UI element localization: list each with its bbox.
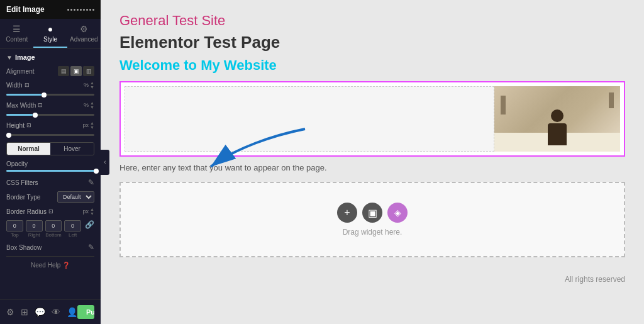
image-photo bbox=[494, 86, 620, 152]
publish-button-group: Publish ▲ bbox=[77, 305, 94, 319]
settings-icon[interactable]: ⚙ bbox=[6, 307, 14, 317]
css-filters-label: CSS Filters bbox=[6, 179, 38, 186]
border-radius-arrows[interactable]: ▲▼ bbox=[90, 207, 94, 216]
photo-inner bbox=[494, 86, 620, 152]
height-arrows[interactable]: ▲▼ bbox=[90, 121, 94, 130]
panel-menu-icon[interactable] bbox=[67, 9, 94, 11]
br-bottom-label: Bottom bbox=[45, 232, 61, 238]
opacity-label: Opacity bbox=[6, 160, 94, 167]
max-width-icon: ⊡ bbox=[38, 102, 43, 108]
tab-style-label: Style bbox=[43, 36, 57, 43]
max-width-value-wrap: % ▲▼ bbox=[84, 101, 94, 109]
link-icon[interactable]: 🔗 bbox=[84, 220, 94, 238]
tab-style[interactable]: ● Style bbox=[33, 19, 67, 48]
br-top-wrap: Top bbox=[6, 220, 23, 238]
welcome-heading: Welcome to My Website bbox=[119, 57, 625, 74]
person-body bbox=[548, 123, 567, 145]
panel-body: ▼ Image Alignment ▤ ▣ ▥ Width ⊡ % ▲▼ bbox=[0, 48, 101, 299]
max-width-unit: % bbox=[84, 102, 89, 108]
box-shadow-label: Box Shadow bbox=[6, 244, 42, 251]
diamond-icon[interactable]: ◈ bbox=[387, 203, 408, 223]
width-icon: ⊡ bbox=[25, 82, 30, 88]
bottom-bar: ⚙ ⊞ 💬 👁 👤 Publish ▲ bbox=[0, 299, 101, 324]
tab-advanced[interactable]: ⚙ Advanced bbox=[67, 19, 101, 48]
eye-icon[interactable]: 👁 bbox=[52, 307, 60, 317]
normal-button[interactable]: Normal bbox=[7, 143, 50, 155]
left-panel: Edit Image ☰ Content ● Style ⚙ Advanced … bbox=[0, 0, 101, 324]
width-unit: % bbox=[84, 82, 89, 88]
lamp-right bbox=[609, 92, 614, 108]
style-icon: ● bbox=[48, 24, 53, 34]
width-row: Width ⊡ % ▲▼ bbox=[6, 81, 94, 89]
person-figure bbox=[548, 109, 567, 145]
height-unit: px bbox=[83, 122, 89, 128]
max-width-row: Max Width ⊡ % ▲▼ bbox=[6, 101, 94, 109]
image-label: Image bbox=[15, 53, 35, 61]
br-right-wrap: Right bbox=[26, 220, 43, 238]
box-shadow-edit-button[interactable]: ✎ bbox=[88, 243, 94, 252]
br-bottom-wrap: Bottom bbox=[45, 220, 62, 238]
advanced-icon: ⚙ bbox=[80, 24, 88, 34]
border-type-select[interactable]: Default bbox=[57, 191, 94, 203]
tab-advanced-label: Advanced bbox=[70, 36, 97, 43]
tab-content-label: Content bbox=[6, 36, 28, 43]
br-left-wrap: Left bbox=[64, 220, 81, 238]
max-width-arrows[interactable]: ▲▼ bbox=[90, 101, 94, 109]
br-right-label: Right bbox=[28, 232, 40, 238]
border-radius-inputs: Top Right Bottom Left 🔗 bbox=[6, 220, 94, 238]
align-right-button[interactable]: ▥ bbox=[83, 66, 94, 76]
image-widget[interactable] bbox=[119, 81, 625, 157]
add-widget-icon[interactable]: + bbox=[337, 203, 357, 223]
hover-button[interactable]: Hover bbox=[50, 143, 94, 155]
person-head bbox=[551, 109, 564, 122]
content-icon: ☰ bbox=[13, 24, 21, 34]
border-radius-icon: ⊡ bbox=[48, 208, 53, 215]
border-type-row: Border Type Default bbox=[6, 191, 94, 203]
height-slider[interactable] bbox=[6, 134, 94, 136]
grid-icon[interactable]: ⊞ bbox=[21, 307, 28, 317]
drop-zone-icons: + ▣ ◈ bbox=[337, 203, 408, 223]
css-filters-edit-button[interactable]: ✎ bbox=[88, 178, 94, 187]
height-value-wrap: px ▲▼ bbox=[83, 121, 94, 130]
width-arrows[interactable]: ▲▼ bbox=[90, 81, 94, 89]
panel-header: Edit Image bbox=[0, 0, 101, 19]
folder-icon[interactable]: ▣ bbox=[362, 203, 382, 223]
panel-collapse-toggle[interactable]: ‹ bbox=[101, 150, 109, 175]
tab-content[interactable]: ☰ Content bbox=[0, 19, 33, 48]
image-placeholder bbox=[125, 86, 494, 152]
br-left-input[interactable] bbox=[64, 220, 81, 232]
box-shadow-row: Box Shadow ✎ bbox=[6, 243, 94, 252]
main-canvas: General Test Site Elementor Test Page We… bbox=[101, 0, 644, 324]
border-radius-label: Border Radius ⊡ bbox=[6, 208, 53, 215]
height-icon: ⊡ bbox=[26, 122, 31, 128]
alignment-label: Alignment bbox=[6, 68, 34, 75]
tab-bar: ☰ Content ● Style ⚙ Advanced bbox=[0, 19, 101, 48]
border-radius-row: Border Radius ⊡ px ▲▼ bbox=[6, 207, 94, 216]
page-title: Elementor Test Page bbox=[119, 33, 625, 52]
need-help-icon: ❓ bbox=[62, 262, 70, 269]
height-label: Height ⊡ bbox=[6, 122, 31, 129]
section-arrow-icon: ▼ bbox=[6, 54, 13, 61]
person-icon[interactable]: 👤 bbox=[67, 307, 77, 317]
br-top-input[interactable] bbox=[6, 220, 23, 232]
drop-zone[interactable]: + ▣ ◈ Drag widget here. bbox=[119, 182, 625, 257]
panel-title: Edit Image bbox=[6, 5, 45, 14]
br-left-label: Left bbox=[69, 232, 77, 238]
max-width-slider[interactable] bbox=[6, 114, 94, 116]
image-section-title: ▼ Image bbox=[6, 53, 94, 61]
border-radius-unit: px bbox=[83, 208, 89, 215]
width-label: Width ⊡ bbox=[6, 82, 30, 89]
chat-icon[interactable]: 💬 bbox=[35, 307, 45, 317]
border-radius-value: px ▲▼ bbox=[83, 207, 94, 216]
br-right-input[interactable] bbox=[26, 220, 43, 232]
publish-main-button[interactable]: Publish bbox=[77, 305, 94, 319]
align-left-button[interactable]: ▤ bbox=[58, 66, 69, 76]
bottom-icons-group: ⚙ ⊞ 💬 👁 👤 bbox=[6, 307, 77, 317]
br-bottom-input[interactable] bbox=[45, 220, 62, 232]
opacity-slider[interactable] bbox=[6, 170, 94, 172]
width-value-wrap: % ▲▼ bbox=[84, 81, 94, 89]
align-center-button[interactable]: ▣ bbox=[70, 66, 82, 76]
need-help-section: Need Help ❓ bbox=[6, 256, 94, 274]
width-slider[interactable] bbox=[6, 94, 94, 96]
footer-text: All rights reserved bbox=[119, 270, 625, 284]
